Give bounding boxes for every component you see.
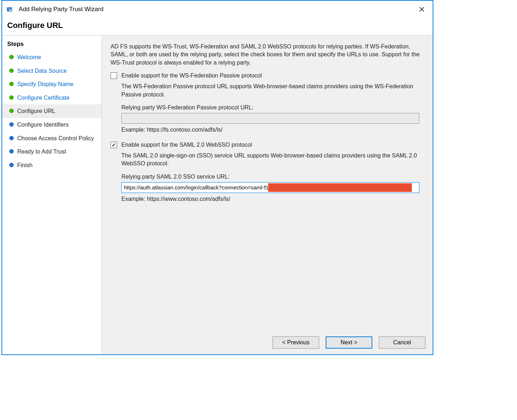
- step-label: Configure Certificate: [17, 94, 70, 102]
- saml-url-label: Relying party SAML 2.0 SSO service URL:: [121, 174, 424, 180]
- step-label: Ready to Add Trust: [17, 148, 66, 156]
- steps-sidebar: Steps Welcome Select Data Source Specify…: [2, 36, 102, 354]
- steps-heading: Steps: [2, 39, 102, 51]
- cancel-button[interactable]: Cancel: [379, 336, 425, 349]
- saml-example: Example: https://www.contoso.com/adfs/ls…: [121, 196, 424, 202]
- saml-url-input[interactable]: https://auth.atlassian.com/login/callbac…: [121, 182, 419, 193]
- wsfed-url-input[interactable]: [121, 113, 419, 124]
- wsfed-checkbox-label: Enable support for the WS-Federation Pas…: [121, 72, 262, 79]
- wsfed-checkbox[interactable]: [111, 72, 117, 79]
- step-label: Configure Identifiers: [17, 121, 69, 129]
- step-specify-display-name[interactable]: Specify Display Name: [2, 77, 102, 91]
- main-content: AD FS supports the WS-Trust, WS-Federati…: [102, 36, 433, 354]
- svg-point-1: [8, 7, 9, 9]
- next-button[interactable]: Next >: [326, 336, 372, 349]
- titlebar: Add Relying Party Trust Wizard: [2, 1, 433, 18]
- step-configure-identifiers[interactable]: Configure Identifiers: [2, 118, 102, 132]
- wizard-button-bar: < Previous Next > Cancel: [273, 336, 425, 349]
- step-configure-certificate[interactable]: Configure Certificate: [2, 91, 102, 105]
- saml-url-value: https://auth.atlassian.com/login/callbac…: [124, 184, 271, 190]
- step-label: Specify Display Name: [17, 80, 74, 88]
- step-finish[interactable]: Finish: [2, 159, 102, 172]
- redacted-overlay: [268, 183, 412, 192]
- saml-checkbox-label: Enable support for the SAML 2.0 WebSSO p…: [121, 142, 252, 148]
- step-configure-url[interactable]: Configure URL: [2, 104, 102, 118]
- step-label: Welcome: [17, 53, 41, 61]
- wizard-body: Steps Welcome Select Data Source Specify…: [2, 35, 433, 354]
- step-done-icon: [9, 55, 14, 59]
- step-welcome[interactable]: Welcome: [2, 51, 102, 64]
- step-select-data-source[interactable]: Select Data Source: [2, 64, 102, 78]
- intro-text: AD FS supports the WS-Trust, WS-Federati…: [111, 43, 424, 67]
- window-title: Add Relying Party Trust Wizard: [19, 6, 103, 13]
- step-current-icon: [9, 109, 14, 113]
- step-done-icon: [9, 82, 14, 86]
- wsfed-example: Example: https://fs.contoso.com/adfs/ls/: [121, 127, 424, 133]
- saml-checkbox-row[interactable]: Enable support for the SAML 2.0 WebSSO p…: [111, 142, 424, 148]
- step-choose-access-control-policy[interactable]: Choose Access Control Policy: [2, 132, 102, 145]
- wsfed-checkbox-row[interactable]: Enable support for the WS-Federation Pas…: [111, 72, 424, 79]
- wsfed-url-label: Relying party WS-Federation Passive prot…: [121, 104, 424, 111]
- step-label: Choose Access Control Policy: [17, 135, 94, 142]
- close-icon[interactable]: [415, 2, 429, 16]
- wizard-window: Add Relying Party Trust Wizard Configure…: [1, 0, 433, 355]
- wsfed-description: The WS-Federation Passive protocol URL s…: [121, 82, 424, 99]
- previous-button[interactable]: < Previous: [273, 336, 319, 349]
- saml-checkbox[interactable]: [111, 142, 117, 148]
- step-label: Configure URL: [17, 107, 55, 115]
- step-upcoming-icon: [9, 163, 14, 167]
- step-done-icon: [9, 69, 14, 73]
- step-ready-to-add-trust[interactable]: Ready to Add Trust: [2, 145, 102, 159]
- step-label: Select Data Source: [17, 67, 67, 75]
- step-upcoming-icon: [9, 136, 14, 140]
- svg-rect-2: [9, 9, 12, 11]
- app-icon: [6, 5, 14, 14]
- step-upcoming-icon: [9, 122, 14, 127]
- saml-description: The SAML 2.0 single-sign-on (SSO) servic…: [121, 152, 424, 168]
- step-upcoming-icon: [9, 149, 14, 154]
- step-label: Finish: [17, 161, 33, 169]
- step-done-icon: [9, 95, 14, 100]
- page-heading: Configure URL: [2, 18, 433, 35]
